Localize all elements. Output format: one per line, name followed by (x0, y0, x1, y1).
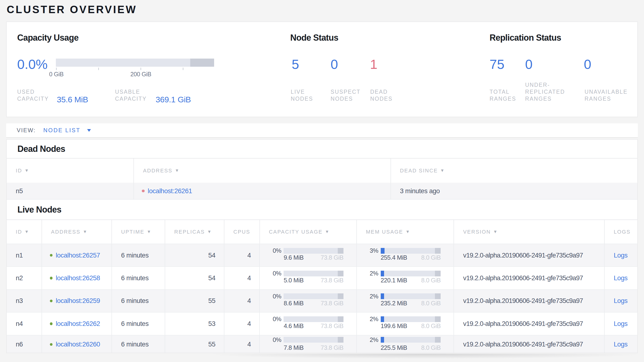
uptime-cell: 6 minutes (112, 244, 165, 266)
node-address-cell: localhost:26258 (42, 267, 112, 289)
capacity-bar (284, 293, 343, 299)
capacity-axis-label-0: 0 GiB (49, 71, 64, 78)
live-status-icon (50, 343, 53, 346)
logs-link[interactable]: Logs (614, 297, 628, 305)
logs-link[interactable]: Logs (614, 274, 628, 282)
col-header-replicas[interactable]: REPLICAS▼ (165, 220, 224, 244)
uptime-cell: 6 minutes (112, 267, 165, 289)
replicas-cell: 55 (165, 290, 224, 312)
used-capacity-value: 35.6 MiB (57, 95, 88, 104)
page-title: CLUSTER OVERVIEW (7, 4, 137, 15)
view-selected-value[interactable]: NODE LIST (44, 127, 81, 134)
col-header-capacity-usage[interactable]: CAPACITY USAGE▼ (260, 220, 356, 244)
node-address-cell: localhost:26259 (42, 290, 112, 312)
capacity-bar (284, 337, 343, 343)
node-address-link[interactable]: localhost:26258 (56, 274, 100, 282)
live-nodes-count: 5 (292, 56, 299, 73)
logs-cell: Logs (604, 267, 637, 289)
live-node-row: n4 localhost:26262 6 minutes 53 4 0% 4.6… (7, 312, 637, 335)
version-cell: v19.2.0-alpha.20190606-2491-gfe735c9a97 (454, 335, 604, 353)
bottom-shadow (124, 354, 644, 362)
dead-status-icon (142, 190, 145, 193)
mem-bar-reserved-segment (435, 271, 441, 276)
dead-nodes-title: Dead Nodes (18, 144, 65, 154)
live-nodes-title: Live Nodes (18, 205, 61, 215)
capacity-usage-title: Capacity Usage (17, 33, 78, 43)
node-address-link[interactable]: localhost:26260 (56, 340, 100, 348)
capacity-usage-cell: 0% 5.0 MiB73.8 GiB (259, 267, 356, 289)
capacity-percent: 0.0% (17, 56, 48, 73)
version-cell: v19.2.0-alpha.20190606-2491-gfe735c9a97 (454, 267, 604, 289)
dead-nodes-label: DEAD NODES (370, 88, 393, 102)
axis-tick (98, 68, 99, 70)
logs-cell: Logs (604, 244, 637, 266)
node-id-cell: n3 (7, 290, 42, 312)
logs-link[interactable]: Logs (614, 252, 628, 259)
dead-nodes-count: 1 (370, 56, 378, 73)
col-header-address[interactable]: ADDRESS▼ (134, 158, 390, 183)
sort-icon: ▼ (440, 168, 445, 173)
under-replicated-count: 0 (525, 56, 532, 73)
node-address-cell: localhost:26257 (42, 244, 112, 266)
col-header-logs[interactable]: LOGS (604, 220, 637, 244)
live-status-icon (50, 322, 53, 325)
sort-icon: ▼ (175, 168, 180, 173)
version-cell: v19.2.0-alpha.20190606-2491-gfe735c9a97 (454, 312, 604, 335)
node-address-link[interactable]: localhost:26257 (56, 252, 100, 259)
node-address-cell: localhost:26260 (42, 335, 112, 353)
sort-icon: ▼ (24, 168, 29, 173)
logs-link[interactable]: Logs (614, 320, 628, 327)
capacity-bar (284, 248, 343, 254)
capacity-bar (284, 316, 343, 322)
node-id-cell: n1 (7, 244, 42, 266)
capacity-bar (284, 271, 343, 276)
logs-cell: Logs (604, 335, 637, 353)
mem-bar (381, 293, 441, 299)
live-nodes-rows: n1 localhost:26257 6 minutes 54 4 0% 9.6… (7, 244, 637, 353)
logs-cell: Logs (604, 312, 637, 335)
sort-icon: ▼ (24, 229, 29, 234)
capacity-bar-reserved-segment (338, 271, 344, 276)
capacity-bar-reserved-segment (338, 337, 344, 343)
suspect-nodes-label: SUSPECT NODES (330, 88, 360, 102)
node-id-cell: n6 (7, 335, 42, 353)
live-nodes-label: LIVE NODES (291, 88, 313, 102)
unavailable-label: UNAVAILABLE RANGES (584, 88, 628, 102)
live-status-icon (50, 277, 53, 279)
node-address-link[interactable]: localhost:26262 (56, 320, 100, 327)
cluster-summary-card: Capacity Usage Node Status Replication S… (6, 22, 638, 117)
mem-usage-cell: 2% 235.2 MiB8.0 GiB (356, 290, 454, 312)
chevron-down-icon[interactable] (87, 129, 91, 132)
col-header-version[interactable]: VERSION▼ (454, 220, 604, 244)
version-cell: v19.2.0-alpha.20190606-2491-gfe735c9a97 (454, 290, 604, 312)
view-selector-bar: VIEW: NODE LIST (6, 123, 638, 138)
dead-node-row: n5 localhost:26261 3 minutes ago (7, 183, 637, 200)
col-header-id[interactable]: ID▼ (7, 158, 134, 183)
mem-bar (381, 337, 441, 343)
capacity-bar-reserved-segment (338, 293, 344, 299)
sort-icon: ▼ (83, 229, 88, 234)
suspect-nodes-count: 0 (330, 56, 338, 73)
mem-usage-cell: 2% 225.5 MiB8.0 GiB (356, 335, 454, 353)
col-header-mem-usage[interactable]: MEM USAGE▼ (356, 220, 454, 244)
col-header-id[interactable]: ID▼ (7, 220, 42, 244)
col-header-address[interactable]: ADDRESS▼ (42, 220, 112, 244)
capacity-axis-label-200: 200 GiB (130, 71, 151, 78)
version-cell: v19.2.0-alpha.20190606-2491-gfe735c9a97 (454, 244, 604, 266)
node-address-link[interactable]: localhost:26261 (148, 187, 192, 195)
col-header-dead-since[interactable]: DEAD SINCE▼ (390, 158, 637, 183)
replicas-cell: 53 (165, 312, 224, 335)
node-status-title: Node Status (290, 33, 338, 43)
node-address-link[interactable]: localhost:26259 (56, 297, 100, 305)
logs-cell: Logs (604, 290, 637, 312)
logs-link[interactable]: Logs (614, 340, 628, 348)
sort-icon: ▼ (406, 229, 410, 234)
col-header-cpus[interactable]: CPUS (224, 220, 260, 244)
used-capacity-label: USED CAPACITY (17, 88, 49, 102)
sort-icon: ▼ (325, 229, 330, 234)
mem-usage-cell: 2% 220.1 MiB8.0 GiB (356, 267, 454, 289)
under-replicated-label: UNDER- REPLICATED RANGES (525, 82, 565, 102)
replicas-cell: 54 (165, 267, 224, 289)
col-header-uptime[interactable]: UPTIME▼ (112, 220, 165, 244)
live-node-row: n6 localhost:26260 6 minutes 55 4 0% 7.8… (7, 335, 637, 353)
